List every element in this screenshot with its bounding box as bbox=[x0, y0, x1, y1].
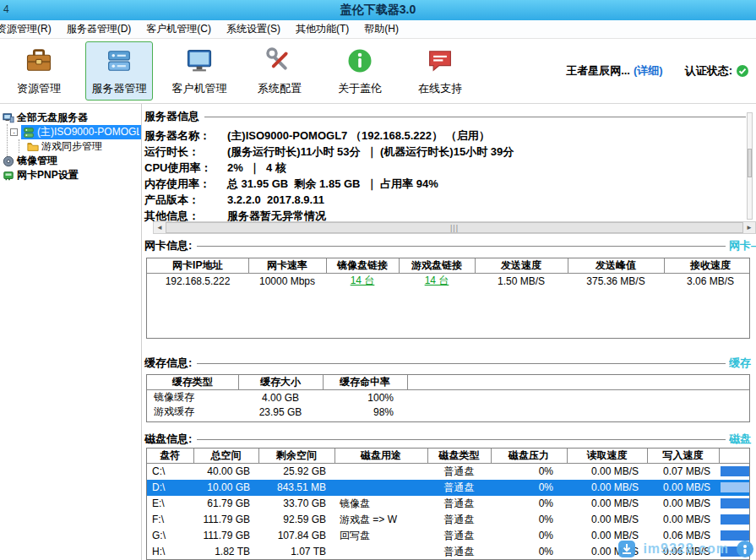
divider bbox=[197, 246, 726, 247]
menu-item-settings[interactable]: 系统设置(S) bbox=[219, 22, 288, 36]
monitor-icon bbox=[184, 46, 215, 79]
column-header[interactable]: 写入速度 bbox=[647, 449, 719, 464]
scroll-right-arrow-icon[interactable]: ► bbox=[743, 222, 755, 233]
menu-item-help[interactable]: 帮助(H) bbox=[356, 22, 406, 36]
info-value: 总 31.95 GB 剩余 1.85 GB ｜ 占用率 94% bbox=[227, 177, 438, 192]
server-small-icon bbox=[23, 127, 35, 139]
sidebar-item-game-sync[interactable]: 游戏同步管理 bbox=[0, 139, 141, 154]
table-row[interactable]: 192.168.5.222 10000 Mbps 14 台 14 台 1.50 … bbox=[147, 274, 750, 289]
scroll-left-arrow-icon[interactable]: ◄ bbox=[154, 222, 166, 233]
scrollbar-thumb[interactable] bbox=[748, 149, 752, 177]
sidebar-item-nic-pnp[interactable]: 网卡PNP设置 bbox=[0, 168, 141, 182]
info-value: 3.2.2.0 2017.8.9.11 bbox=[227, 193, 324, 206]
drive-cell: D:\ bbox=[147, 480, 193, 496]
column-header[interactable]: 读取速度 bbox=[567, 449, 647, 464]
table-row[interactable]: C:\ 40.00 GB 25.92 GB 普通盘 0% 0.00 MB/S 0… bbox=[147, 464, 750, 480]
column-header[interactable]: 缓存大小 bbox=[238, 375, 323, 390]
column-header[interactable]: 缓存类型 bbox=[147, 375, 238, 390]
menu-item-resource[interactable]: 资源管理(R) bbox=[0, 22, 59, 36]
menu-item-server[interactable]: 服务器管理(D) bbox=[59, 22, 139, 36]
mirror-clients-link[interactable]: 14 台 bbox=[351, 275, 375, 286]
sidebar-item-mirror-manage[interactable]: 镜像管理 bbox=[0, 154, 141, 168]
collapse-toggle-icon[interactable]: - bbox=[10, 128, 18, 136]
account-name: 王者星辰网... bbox=[566, 63, 630, 79]
disk-header-row: 盘符 总空间 剩余空间 磁盘用途 磁盘类型 磁盘压力 读取速度 写入速度 bbox=[147, 449, 750, 464]
table-row[interactable]: F:\ 111.79 GB 92.59 GB 游戏盘 => W 普通盘 0% 0… bbox=[147, 512, 750, 528]
info-value: (服务运行时长)11小时 53分 ｜ (机器运行时长)15小时 39分 bbox=[227, 144, 514, 160]
info-label: 运行时长： bbox=[144, 144, 227, 160]
usage-cell bbox=[334, 544, 427, 560]
game-clients-link[interactable]: 14 台 bbox=[425, 275, 449, 286]
load-bar-cell bbox=[719, 512, 750, 528]
cache-hit-cell: 100% bbox=[323, 390, 407, 405]
table-row[interactable]: E:\ 61.79 GB 33.70 GB 镜像盘 普通盘 0% 0.00 MB… bbox=[147, 496, 750, 512]
online-support-button[interactable]: 在线支持 bbox=[406, 41, 474, 101]
info-row-memory: 内存使用率：总 31.95 GB 剩余 1.85 GB ｜ 占用率 94% bbox=[144, 176, 746, 192]
app-window: 4 盖伦下载器3.0 资源管理(R) 服务器管理(D) 客户机管理(C) 系统设… bbox=[0, 0, 756, 560]
account-detail-link[interactable]: (详细) bbox=[634, 63, 663, 79]
about-button[interactable]: 关于盖伦 bbox=[326, 41, 394, 101]
column-header[interactable]: 网卡速率 bbox=[248, 258, 326, 274]
menu-item-client[interactable]: 客户机管理(C) bbox=[139, 22, 219, 36]
column-header[interactable]: 镜像盘链接 bbox=[326, 258, 399, 274]
watermark-circle-icon bbox=[736, 540, 754, 558]
usage-cell: 镜像盘 bbox=[334, 496, 427, 512]
cache-size-cell: 23.95 GB bbox=[238, 405, 323, 419]
table-row[interactable]: 游戏缓存 23.95 GB 98% bbox=[147, 405, 750, 419]
account-area: 王者星辰网... (详细) 认证状态: bbox=[566, 63, 749, 79]
vertical-scrollbar[interactable] bbox=[747, 112, 753, 220]
column-header[interactable]: 发送峰值 bbox=[568, 258, 664, 274]
table-row-selected[interactable]: D:\ 10.00 GB 843.51 MB 普通盘 0% 0.00 MB/S … bbox=[147, 480, 750, 496]
free-cell: 1.07 TB bbox=[258, 544, 334, 560]
cache-table: 缓存类型 缓存大小 缓存命中率 镜像缓存 4.00 GB 100% bbox=[146, 374, 750, 422]
pressure-cell: 0% bbox=[491, 544, 567, 560]
pressure-cell: 0% bbox=[491, 480, 567, 496]
divider bbox=[204, 117, 746, 117]
disk-side-label: 磁盘 bbox=[729, 432, 756, 447]
column-header[interactable]: 发送速度 bbox=[475, 258, 568, 274]
computer-icon bbox=[3, 112, 14, 124]
type-cell: 普通盘 bbox=[427, 512, 491, 528]
sidebar-item-all-servers[interactable]: 全部无盘服务器 bbox=[0, 111, 141, 125]
sidebar-item-server[interactable]: - (主)ISO9000-POMOGL7 bbox=[0, 125, 141, 139]
disk-info-header: 磁盘信息: 磁盘 bbox=[144, 432, 756, 446]
menu-item-other[interactable]: 其他功能(T) bbox=[288, 22, 356, 36]
mirror-link-cell: 14 台 bbox=[326, 274, 399, 289]
tool-label: 资源管理 bbox=[17, 81, 61, 96]
info-row-version: 产品版本：3.2.2.0 2017.8.9.11 bbox=[144, 192, 746, 208]
sidebar-item-label: 镜像管理 bbox=[17, 154, 57, 168]
resource-manage-button[interactable]: 资源管理 bbox=[5, 41, 73, 101]
column-header[interactable]: 磁盘压力 bbox=[491, 449, 567, 464]
system-config-button[interactable]: 系统配置 bbox=[246, 41, 313, 101]
server-manage-button[interactable]: 服务器管理 bbox=[85, 41, 153, 101]
nic-header-row: 网卡IP地址 网卡速率 镜像盘链接 游戏盘链接 发送速度 发送峰值 接收速度 bbox=[147, 258, 750, 274]
tool-label: 系统配置 bbox=[258, 81, 302, 96]
column-header[interactable]: 剩余空间 bbox=[258, 449, 334, 464]
column-header[interactable]: 磁盘用途 bbox=[334, 449, 427, 464]
usage-cell: 回写盘 bbox=[334, 528, 427, 544]
table-row[interactable]: 镜像缓存 4.00 GB 100% bbox=[147, 390, 750, 405]
write-speed-cell: 0.00 MB/S bbox=[647, 496, 719, 512]
write-speed-cell: 0.00 MB/S bbox=[647, 480, 719, 496]
free-cell: 92.59 GB bbox=[258, 512, 334, 528]
network-card-icon bbox=[3, 170, 14, 182]
client-manage-button[interactable]: 客户机管理 bbox=[166, 41, 233, 101]
disk-load-bar bbox=[721, 498, 749, 508]
column-header[interactable]: 总空间 bbox=[193, 449, 258, 464]
column-header[interactable]: 盘符 bbox=[147, 449, 193, 464]
column-header[interactable]: 游戏盘链接 bbox=[399, 258, 475, 274]
column-header[interactable]: 磁盘类型 bbox=[427, 449, 491, 464]
column-header[interactable]: 缓存命中率 bbox=[323, 375, 407, 390]
toolbar: 资源管理 服务器管理 客户机管理 系统配置 关于盖伦 在线支持 王者星辰网...… bbox=[0, 39, 756, 104]
nic-speed-cell: 10000 Mbps bbox=[248, 274, 326, 289]
column-header[interactable]: 接收速度 bbox=[664, 258, 750, 274]
cache-info-header: 缓存信息: 缓存 bbox=[144, 356, 756, 370]
column-header[interactable]: 网卡IP地址 bbox=[147, 258, 248, 274]
horizontal-scrollbar[interactable]: ◄ ||| ► bbox=[153, 221, 756, 234]
sidebar-item-label: (主)ISO9000-POMOGL7 bbox=[37, 125, 139, 139]
cache-size-cell: 4.00 GB bbox=[238, 390, 323, 405]
total-cell: 40.00 GB bbox=[193, 464, 258, 480]
watermark: im9328.com bbox=[617, 540, 754, 558]
scrollbar-thumb[interactable]: ||| bbox=[166, 222, 743, 233]
content-area: 全部无盘服务器 - (主)ISO9000-POMOGL7 游戏同步管理 镜像管理… bbox=[0, 104, 756, 560]
